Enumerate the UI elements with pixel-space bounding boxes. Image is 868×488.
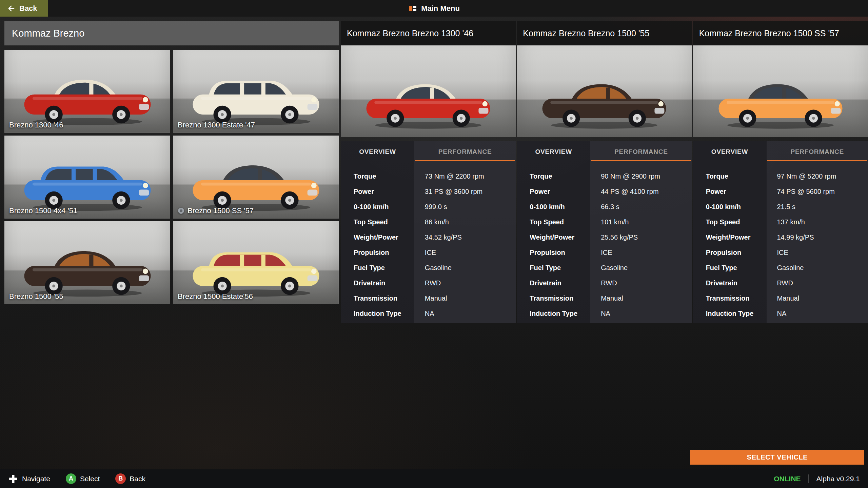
spec-value: 90 Nm @ 2900 rpm	[590, 172, 692, 180]
car-image	[188, 240, 324, 299]
spec-block: OVERVIEW PERFORMANCE Torque 73 Nm @ 2200…	[341, 141, 516, 323]
version-label: Alpha v0.29.1	[816, 475, 860, 483]
spec-label: Weight/Power	[693, 233, 767, 241]
vehicle-caption: Brezno 1300 '46	[9, 121, 63, 129]
spec-row: Weight/Power 34.52 kg/PS	[341, 230, 516, 245]
panel-title: Kommaz Brezno Brezno 1500 '55	[517, 21, 692, 45]
spec-rows: Torque 90 Nm @ 2900 rpm Power 44 PS @ 41…	[517, 163, 692, 321]
spec-row: Propulsion ICE	[693, 245, 868, 260]
spec-value: ICE	[414, 249, 516, 257]
spec-row: Induction Type NA	[341, 306, 516, 321]
tab-overview[interactable]: OVERVIEW	[693, 141, 767, 163]
status-divider	[808, 474, 809, 483]
spec-row: Top Speed 101 km/h	[517, 215, 692, 230]
back-hint: B Back	[115, 473, 145, 484]
spec-label: Induction Type	[341, 310, 414, 318]
spec-value: RWD	[590, 279, 692, 287]
vehicle-label: Brezno 1300 '46	[9, 121, 63, 129]
spec-label: Propulsion	[693, 249, 767, 257]
spec-label: 0-100 km/h	[341, 203, 414, 211]
spec-label: Torque	[517, 172, 590, 180]
spec-value: 74 PS @ 5600 rpm	[767, 188, 868, 196]
spec-value: NA	[767, 310, 868, 318]
spec-row: Induction Type NA	[693, 306, 868, 321]
select-vehicle-button[interactable]: SELECT VEHICLE	[690, 450, 864, 465]
main-menu-button[interactable]: Main Menu	[408, 0, 460, 17]
spec-row: Torque 73 Nm @ 2200 rpm	[341, 169, 516, 184]
spec-row: Fuel Type Gasoline	[517, 260, 692, 276]
spec-label: Drivetrain	[693, 279, 767, 287]
spec-value: Gasoline	[767, 264, 868, 272]
vehicle-tile[interactable]: Brezno 1500 Estate'56	[173, 221, 339, 304]
spec-value: 97 Nm @ 5200 rpm	[767, 172, 868, 180]
back-label: Back	[19, 4, 37, 13]
spec-row: Weight/Power 14.99 kg/PS	[693, 230, 868, 245]
spec-label: Power	[693, 188, 767, 196]
car-image	[538, 73, 671, 131]
spec-label: Fuel Type	[341, 264, 414, 272]
spec-row: 0-100 km/h 999.0 s	[341, 199, 516, 215]
spec-value: ICE	[767, 249, 868, 257]
navigate-label: Navigate	[22, 475, 50, 483]
spec-row: Fuel Type Gasoline	[341, 260, 516, 276]
spec-value: 73 Nm @ 2200 rpm	[414, 172, 516, 180]
vehicle-tile[interactable]: Brezno 1300 Estate '47	[173, 50, 339, 133]
tab-overview[interactable]: OVERVIEW	[517, 141, 590, 163]
brand-panel: Kommaz Brezno Brezno 1300 '46 Brezno 130…	[4, 21, 339, 304]
spec-row: Torque 90 Nm @ 2900 rpm	[517, 169, 692, 184]
spec-row: 0-100 km/h 21.5 s	[693, 199, 868, 215]
detail-panels: Kommaz Brezno Brezno 1300 '46 OVERVIEW P…	[341, 21, 868, 323]
main-menu-icon	[408, 4, 417, 13]
vehicle-label: Brezno 1300 Estate '47	[178, 121, 255, 129]
spec-row: Drivetrain RWD	[517, 276, 692, 291]
spec-label: Torque	[693, 172, 767, 180]
car-image	[714, 73, 847, 131]
spec-label: Weight/Power	[341, 233, 414, 241]
spec-value: NA	[414, 310, 516, 318]
main-menu-label: Main Menu	[421, 4, 460, 13]
spec-row: Weight/Power 25.56 kg/PS	[517, 230, 692, 245]
vehicle-caption: Brezno 1300 Estate '47	[178, 121, 255, 129]
spec-value: 137 km/h	[767, 218, 868, 226]
spec-value: Gasoline	[590, 264, 692, 272]
select-hint-label: Select	[80, 475, 100, 483]
status-area: ONLINE Alpha v0.29.1	[774, 474, 860, 483]
detail-panel: Kommaz Brezno Brezno 1500 SS '57 OVERVIE…	[693, 21, 868, 323]
car-image	[19, 240, 155, 299]
car-image	[19, 154, 155, 213]
spec-label: Top Speed	[341, 218, 414, 226]
a-button-icon: A	[66, 473, 76, 484]
car-image	[362, 73, 495, 131]
panel-title: Kommaz Brezno Brezno 1500 SS '57	[693, 21, 868, 45]
tab-performance[interactable]: PERFORMANCE	[414, 141, 516, 163]
vehicle-label: Brezno 1500 4x4 '51	[9, 206, 77, 215]
spec-value: 34.52 kg/PS	[414, 233, 516, 241]
detail-panel: Kommaz Brezno Brezno 1500 '55 OVERVIEW P…	[517, 21, 692, 323]
vehicle-tile[interactable]: Brezno 1500 '55	[4, 221, 170, 304]
spec-value: 66.3 s	[590, 203, 692, 211]
spec-value: Manual	[590, 294, 692, 302]
back-button[interactable]: Back	[0, 0, 48, 17]
spec-value: RWD	[414, 279, 516, 287]
car-image	[19, 68, 155, 127]
vehicle-label: Brezno 1500 '55	[9, 292, 63, 301]
spec-value: 44 PS @ 4100 rpm	[590, 188, 692, 196]
online-status: ONLINE	[774, 475, 801, 483]
spec-rows: Torque 73 Nm @ 2200 rpm Power 31 PS @ 36…	[341, 163, 516, 321]
vehicle-tile[interactable]: Brezno 1300 '46	[4, 50, 170, 133]
spec-label: Induction Type	[693, 310, 767, 318]
spec-value: RWD	[767, 279, 868, 287]
spec-label: Transmission	[341, 294, 414, 302]
vehicle-tile[interactable]: Brezno 1500 4x4 '51	[4, 136, 170, 219]
vehicle-caption: Brezno 1500 Estate'56	[178, 292, 253, 301]
tab-performance[interactable]: PERFORMANCE	[590, 141, 692, 163]
spec-value: 86 km/h	[414, 218, 516, 226]
spec-value: 31 PS @ 3600 rpm	[414, 188, 516, 196]
tab-overview[interactable]: OVERVIEW	[341, 141, 414, 163]
tab-performance[interactable]: PERFORMANCE	[767, 141, 868, 163]
spec-value: ICE	[590, 249, 692, 257]
spec-label: Drivetrain	[341, 279, 414, 287]
select-hint: A Select	[66, 473, 100, 484]
vehicle-tile[interactable]: Brezno 1500 SS '57	[173, 136, 339, 219]
spec-label: Propulsion	[341, 249, 414, 257]
